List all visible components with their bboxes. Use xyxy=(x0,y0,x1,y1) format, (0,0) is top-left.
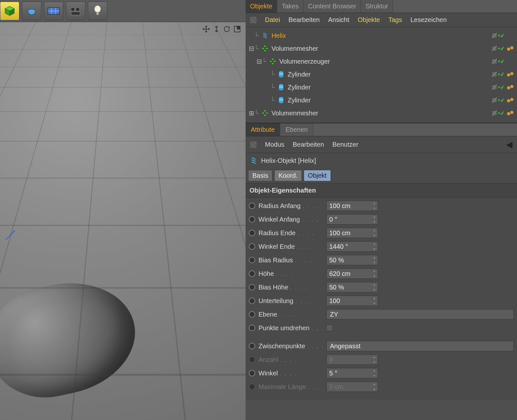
number-input[interactable]: 100 cm▴▾ xyxy=(326,201,378,211)
tree-item-label[interactable]: Zylinder xyxy=(288,97,491,104)
visibility-toggle[interactable] xyxy=(491,84,504,91)
property-anim-toggle[interactable] xyxy=(249,298,255,304)
property-anim-toggle[interactable] xyxy=(249,311,255,318)
property-anim-toggle[interactable] xyxy=(249,243,255,250)
viewport-maximize-icon[interactable] xyxy=(233,25,242,34)
stepper-down-icon[interactable]: ▾ xyxy=(372,288,376,291)
number-input[interactable]: 620 cm▴▾ xyxy=(326,268,378,279)
tree-item-label[interactable]: Zylinder xyxy=(288,71,491,78)
stepper-up-icon[interactable]: ▴ xyxy=(372,256,376,259)
number-input[interactable]: 5 °▴▾ xyxy=(326,368,378,378)
tab-attribute[interactable]: Attribute xyxy=(246,123,280,136)
material-tag-icon[interactable] xyxy=(504,84,517,90)
viewport-move-icon[interactable] xyxy=(202,25,211,34)
property-anim-toggle[interactable] xyxy=(249,370,255,376)
tree-item-label[interactable]: Volumenmesher xyxy=(271,110,491,117)
toolbar-grid-button[interactable] xyxy=(44,2,63,20)
menu-benutzer[interactable]: Benutzer xyxy=(332,141,358,148)
3d-viewport[interactable] xyxy=(0,22,246,420)
toolbar-light-button[interactable] xyxy=(88,2,107,20)
visibility-toggle[interactable] xyxy=(491,58,504,65)
stepper-down-icon[interactable]: ▾ xyxy=(372,220,376,224)
svg-point-45 xyxy=(279,89,283,90)
tree-item-label[interactable]: Volumenmesher xyxy=(271,45,491,52)
back-arrow-icon[interactable]: ◀ xyxy=(506,140,512,150)
menu-lesezeichen[interactable]: Lesezeichen xyxy=(410,16,447,24)
tab-struktur[interactable]: Struktur xyxy=(361,0,393,13)
stepper-down-icon[interactable]: ▾ xyxy=(372,247,376,251)
tree-item-label[interactable]: Volumenerzeuger xyxy=(279,58,491,65)
material-tag-icon[interactable] xyxy=(504,110,517,116)
tree-expand-icon[interactable]: ⊞ xyxy=(249,109,254,117)
stepper-down-icon[interactable]: ▾ xyxy=(372,234,376,237)
stepper-up-icon[interactable]: ▴ xyxy=(372,229,376,232)
toolbar-camera-button[interactable] xyxy=(66,2,85,20)
visibility-toggle[interactable] xyxy=(491,32,504,39)
tab-objekte[interactable]: Objekte xyxy=(246,0,277,13)
material-tag-icon[interactable] xyxy=(504,71,517,77)
stepper-down-icon[interactable]: ▾ xyxy=(372,261,376,264)
number-input[interactable]: 1440 °▴▾ xyxy=(326,241,378,252)
visibility-toggle[interactable] xyxy=(491,71,504,78)
property-anim-toggle[interactable] xyxy=(249,257,255,263)
viewport-updown-icon[interactable] xyxy=(212,25,221,34)
stepper-down-icon[interactable]: ▾ xyxy=(372,207,376,210)
number-input[interactable]: 50 %▴▾ xyxy=(326,282,378,292)
material-tag-icon[interactable] xyxy=(504,46,517,51)
menu-tags[interactable]: Tags xyxy=(388,16,402,24)
toolbar-cube-button[interactable] xyxy=(0,2,19,20)
property-anim-toggle[interactable] xyxy=(249,284,255,290)
dropdown[interactable]: ZY xyxy=(326,309,514,320)
menu-datei[interactable]: Datei xyxy=(265,16,280,24)
menu-modus[interactable]: Modus xyxy=(265,141,284,148)
menu-ansicht[interactable]: Ansicht xyxy=(328,16,349,24)
stepper-up-icon[interactable]: ▴ xyxy=(372,369,376,372)
property-anim-toggle[interactable] xyxy=(249,270,255,277)
number-input[interactable]: 0 °▴▾ xyxy=(326,214,378,225)
property-anim-toggle[interactable] xyxy=(249,325,255,331)
property-anim-toggle[interactable] xyxy=(249,343,255,349)
visibility-toggle[interactable] xyxy=(491,110,504,117)
number-input[interactable]: 100▴▾ xyxy=(326,296,378,306)
menu-objekte[interactable]: Objekte xyxy=(358,16,380,24)
property-anim-toggle[interactable] xyxy=(249,216,255,223)
visibility-toggle[interactable] xyxy=(491,97,504,104)
stepper-up-icon[interactable]: ▴ xyxy=(372,215,376,218)
subtab-koord[interactable]: Koord. xyxy=(274,170,302,181)
stepper-down-icon[interactable]: ▾ xyxy=(372,374,376,377)
stepper-up-icon[interactable]: ▴ xyxy=(372,242,376,246)
svg-marker-22 xyxy=(263,50,267,52)
toolbar-disc-button[interactable] xyxy=(22,2,41,20)
dropdown[interactable]: Angepasst xyxy=(326,341,514,351)
property-anim-toggle[interactable] xyxy=(249,203,255,209)
number-input[interactable]: 50 %▴▾ xyxy=(326,255,378,265)
viewport-rotate-icon[interactable] xyxy=(222,25,231,34)
stepper-up-icon[interactable]: ▴ xyxy=(372,202,376,205)
stepper-up-icon[interactable]: ▴ xyxy=(372,269,376,273)
svg-rect-9 xyxy=(71,12,80,15)
subtab-objekt[interactable]: Objekt xyxy=(304,170,331,181)
material-tag-icon[interactable] xyxy=(504,97,517,103)
tree-item-label[interactable]: Zylinder xyxy=(288,84,491,91)
tree-expand-icon[interactable]: ⊟ xyxy=(249,45,254,52)
tree-expand-icon[interactable]: ⊟ xyxy=(257,58,262,65)
svg-marker-31 xyxy=(271,63,274,65)
tab-takes[interactable]: Takes xyxy=(277,0,303,13)
visibility-toggle[interactable] xyxy=(491,45,504,52)
tab-ebenen[interactable]: Ebenen xyxy=(280,123,313,136)
checkbox[interactable] xyxy=(326,325,333,331)
menu-bearbeiten[interactable]: Bearbeiten xyxy=(289,16,320,24)
number-input[interactable]: 100 cm▴▾ xyxy=(326,228,378,238)
property-anim-toggle[interactable] xyxy=(249,230,255,236)
stepper-down-icon[interactable]: ▾ xyxy=(372,275,376,278)
tree-row: └Zylinder xyxy=(246,81,517,94)
tree-item-label[interactable]: Helix xyxy=(271,32,491,39)
stepper-up-icon[interactable]: ▴ xyxy=(372,283,376,286)
tree-row: ⊟└Volumenmesher xyxy=(246,42,517,55)
stepper-up-icon[interactable]: ▴ xyxy=(372,297,376,300)
tab-content-browser[interactable]: Content Browser xyxy=(303,0,361,13)
subtab-basis[interactable]: Basis xyxy=(248,170,272,181)
stepper-down-icon[interactable]: ▾ xyxy=(372,302,376,305)
menu-bearbeiten-attr[interactable]: Bearbeiten xyxy=(293,141,324,148)
tree-row: └Zylinder xyxy=(246,94,517,107)
